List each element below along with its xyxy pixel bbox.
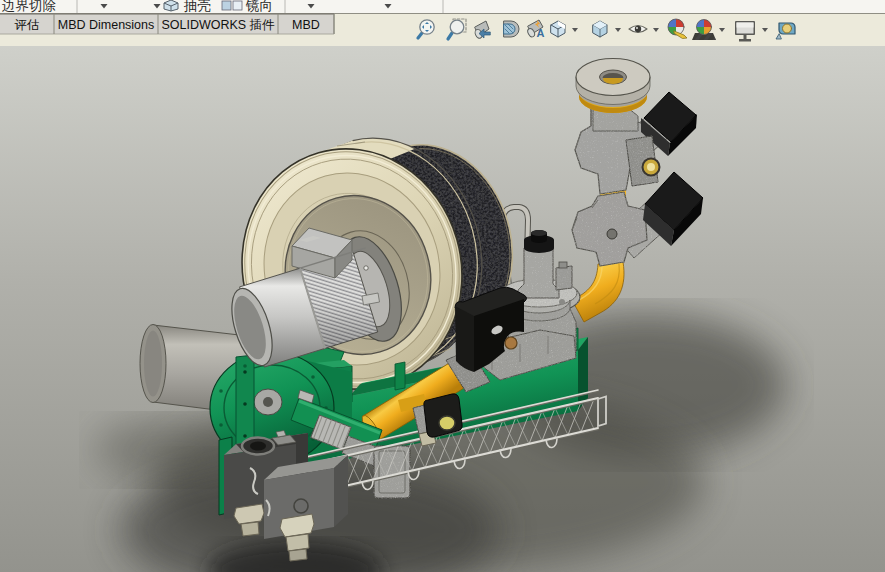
- svg-text:MBD Dimensions: MBD Dimensions: [58, 18, 155, 32]
- svg-text:评估: 评估: [15, 18, 40, 32]
- svg-text:MBD: MBD: [292, 18, 320, 32]
- svg-text:SOLIDWORKS 插件: SOLIDWORKS 插件: [161, 18, 275, 32]
- svg-text:A: A: [537, 27, 545, 39]
- svg-text:抽壳: 抽壳: [183, 0, 211, 13]
- svg-text:镜向: 镜向: [245, 0, 273, 13]
- svg-text:边界切除: 边界切除: [2, 0, 56, 13]
